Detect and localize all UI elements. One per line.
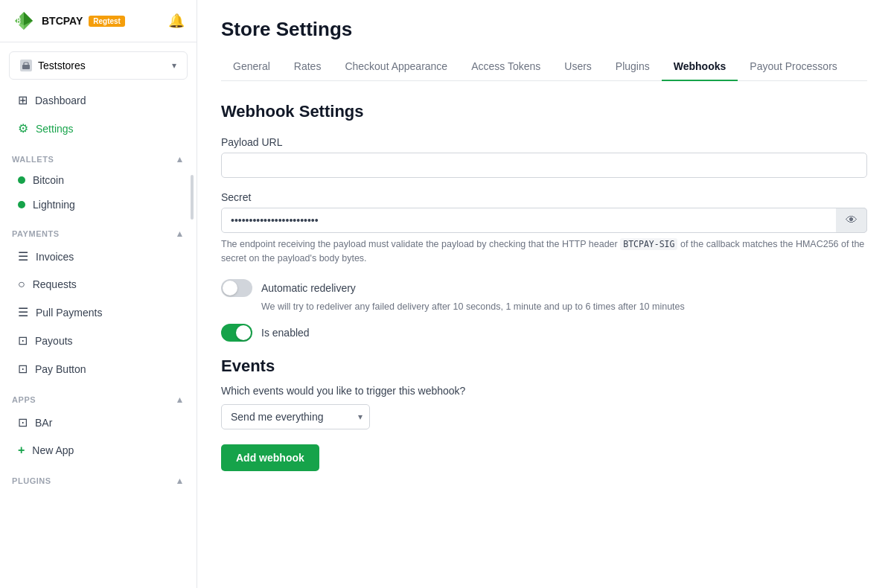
secret-group: Secret 👁 The endpoint receiving the payl… — [221, 191, 867, 266]
tab-rates[interactable]: Rates — [282, 53, 333, 81]
scroll-indicator — [191, 175, 194, 220]
wallets-collapse-icon[interactable]: ▲ — [176, 154, 185, 164]
is-enabled-section: Is enabled — [221, 324, 867, 342]
is-enabled-label: Is enabled — [261, 327, 310, 339]
sidebar-item-settings[interactable]: ⚙ Settings — [6, 115, 191, 142]
payments-section-header: PAYMENTS ▲ — [0, 223, 197, 242]
notification-bell-icon[interactable]: 🔔 — [168, 13, 185, 29]
automatic-redelivery-toggle[interactable] — [221, 279, 252, 297]
apps-collapse-icon[interactable]: ▲ — [176, 394, 185, 405]
sidebar-item-invoices[interactable]: ☰ Invoices — [6, 243, 191, 270]
btcpay-logo: ₿ — [12, 9, 36, 33]
sidebar-label-dashboard: Dashboard — [35, 95, 86, 106]
bitcoin-status-dot — [18, 176, 25, 184]
sidebar-item-lightning[interactable]: Lightning — [6, 193, 191, 217]
sidebar-label-settings: Settings — [36, 123, 74, 135]
events-desc: Which events would you like to trigger t… — [221, 385, 867, 397]
regtest-badge: Regtest — [89, 16, 125, 27]
page-header: Store Settings General Rates Checkout Ap… — [197, 0, 891, 81]
events-title: Events — [221, 357, 867, 376]
chevron-down-icon: ▾ — [172, 60, 176, 71]
sidebar-item-bitcoin[interactable]: Bitcoin — [6, 168, 191, 192]
main-content: Store Settings General Rates Checkout Ap… — [197, 0, 891, 588]
logo-area: ₿ BTCPAY Regtest — [12, 9, 125, 33]
show-secret-button[interactable]: 👁 — [836, 208, 867, 233]
secret-input[interactable] — [221, 208, 867, 233]
tab-access-tokens[interactable]: Access Tokens — [459, 53, 552, 81]
dashboard-icon: ⊞ — [18, 93, 28, 107]
events-select[interactable]: Send me everything Specific events — [221, 404, 370, 429]
content-area: Webhook Settings Payload URL Secret 👁 Th… — [197, 81, 891, 588]
plugins-section-label: PLUGINS — [12, 476, 51, 485]
pull-payments-label: Pull Payments — [36, 307, 102, 319]
sidebar: ₿ BTCPAY Regtest 🔔 Teststores ▾ ⊞ Dashbo… — [0, 0, 197, 588]
sidebar-item-new-app[interactable]: + New App — [6, 437, 191, 464]
invoices-label: Invoices — [36, 251, 74, 263]
payments-collapse-icon[interactable]: ▲ — [176, 229, 185, 239]
add-webhook-button[interactable]: Add webhook — [221, 444, 319, 471]
invoices-icon: ☰ — [18, 249, 28, 263]
apps-section-header: APPS ▲ — [0, 389, 197, 408]
svg-rect-5 — [24, 63, 28, 65]
tab-webhooks[interactable]: Webhooks — [662, 53, 738, 81]
is-enabled-toggle[interactable] — [221, 324, 252, 342]
hint-code: BTCPAY-SIG — [620, 238, 677, 250]
sidebar-header: ₿ BTCPAY Regtest 🔔 — [0, 0, 197, 42]
lightning-status-dot — [18, 201, 25, 208]
is-enabled-knob — [236, 325, 251, 340]
tab-plugins[interactable]: Plugins — [604, 53, 662, 81]
payments-section-label: PAYMENTS — [12, 229, 60, 238]
automatic-redelivery-row: Automatic redelivery — [221, 279, 867, 297]
hint-text-before: The endpoint receiving the payload must … — [221, 239, 620, 249]
bar-label: BAr — [35, 417, 52, 429]
payouts-icon: ⊡ — [18, 333, 28, 348]
page-title: Store Settings — [221, 18, 867, 41]
secret-hint: The endpoint receiving the payload must … — [221, 237, 867, 266]
sidebar-item-requests[interactable]: ○ Requests — [6, 271, 191, 298]
tab-checkout-appearance[interactable]: Checkout Appearance — [333, 53, 459, 81]
lightning-label: Lightning — [33, 199, 75, 211]
tab-payout-processors[interactable]: Payout Processors — [738, 53, 849, 81]
events-section: Events Which events would you like to tr… — [221, 357, 867, 471]
payload-url-group: Payload URL — [221, 136, 867, 178]
store-selector-left: Teststores — [20, 60, 86, 71]
secret-label: Secret — [221, 191, 867, 203]
automatic-redelivery-section: Automatic redelivery We will try to rede… — [221, 279, 867, 312]
apps-section-label: APPS — [12, 395, 36, 404]
payouts-label: Payouts — [35, 335, 73, 347]
automatic-redelivery-desc: We will try to redeliver any failed deli… — [261, 301, 867, 312]
store-icon — [20, 60, 32, 71]
store-name: Teststores — [38, 60, 86, 71]
app-logo-text: BTCPAY — [42, 15, 83, 27]
sidebar-item-payouts[interactable]: ⊡ Payouts — [6, 327, 191, 354]
bar-icon: ⊡ — [18, 415, 28, 429]
sidebar-item-dashboard[interactable]: ⊞ Dashboard — [6, 86, 191, 114]
bitcoin-label: Bitcoin — [33, 174, 64, 186]
eye-icon: 👁 — [846, 214, 858, 227]
settings-icon: ⚙ — [18, 121, 28, 135]
new-app-label: New App — [32, 444, 74, 456]
plugins-collapse-icon[interactable]: ▲ — [176, 476, 185, 486]
sidebar-item-pull-payments[interactable]: ☰ Pull Payments — [6, 298, 191, 326]
automatic-redelivery-label: Automatic redelivery — [261, 282, 356, 294]
payload-url-label: Payload URL — [221, 136, 867, 148]
pay-button-label: Pay Button — [35, 363, 86, 375]
store-selector[interactable]: Teststores ▾ — [9, 51, 188, 80]
requests-label: Requests — [33, 278, 77, 290]
requests-icon: ○ — [18, 278, 25, 291]
new-app-icon: + — [18, 444, 25, 457]
tab-users[interactable]: Users — [552, 53, 604, 81]
plugins-section-header: PLUGINS ▲ — [0, 470, 197, 489]
pull-payments-icon: ☰ — [18, 305, 28, 319]
sidebar-item-bar[interactable]: ⊡ BAr — [6, 409, 191, 436]
pay-button-icon: ⊡ — [18, 362, 28, 376]
tab-general[interactable]: General — [221, 53, 282, 81]
svg-text:₿: ₿ — [16, 16, 21, 25]
sidebar-item-pay-button[interactable]: ⊡ Pay Button — [6, 355, 191, 383]
wallets-section-label: WALLETS — [12, 155, 54, 164]
automatic-redelivery-knob — [223, 281, 237, 295]
is-enabled-row: Is enabled — [221, 324, 867, 342]
payload-url-input[interactable] — [221, 153, 867, 178]
tabs-bar: General Rates Checkout Appearance Access… — [221, 53, 867, 81]
webhook-settings-title: Webhook Settings — [221, 102, 867, 121]
